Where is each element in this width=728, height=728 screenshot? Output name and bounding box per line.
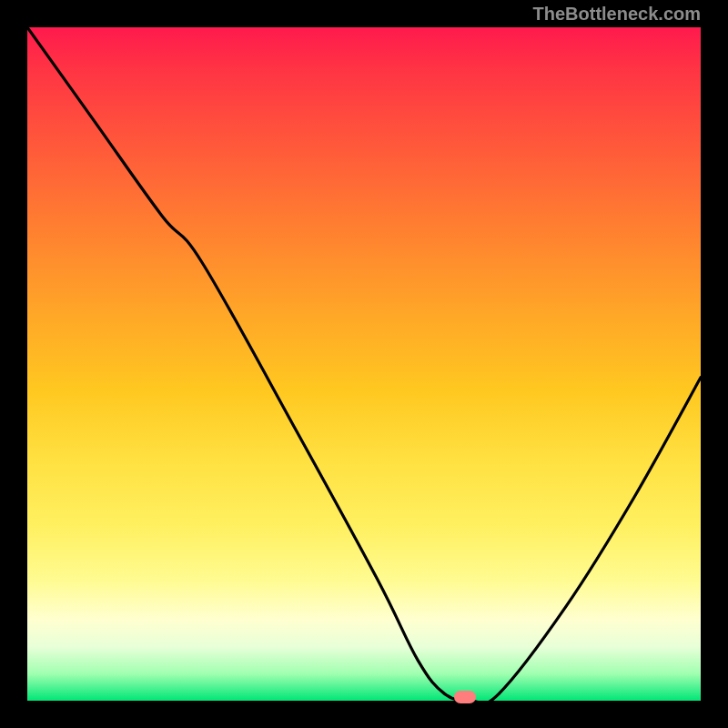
plot-area: [27, 27, 701, 701]
optimal-marker: [454, 691, 476, 703]
curve-svg: [27, 27, 701, 701]
watermark-text: TheBottleneck.com: [533, 4, 701, 25]
bottleneck-curve-path: [27, 27, 701, 701]
chart-container: TheBottleneck.com: [0, 0, 728, 728]
